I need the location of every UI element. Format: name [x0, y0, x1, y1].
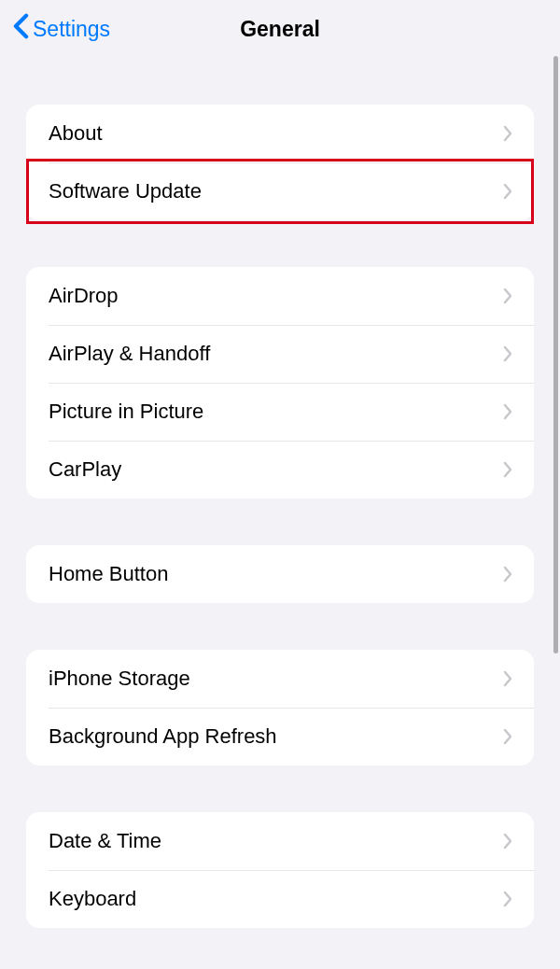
- chevron-right-icon: [502, 183, 513, 200]
- row-label: Background App Refresh: [49, 724, 277, 749]
- row-keyboard[interactable]: Keyboard: [26, 870, 534, 928]
- row-background-app-refresh[interactable]: Background App Refresh: [26, 708, 534, 765]
- settings-group-4: iPhone Storage Background App Refresh: [26, 650, 534, 765]
- row-label: Home Button: [49, 562, 168, 586]
- nav-header: Settings General: [0, 0, 560, 58]
- chevron-right-icon: [502, 728, 513, 745]
- chevron-left-icon: [13, 13, 29, 45]
- settings-group-5: Date & Time Keyboard: [26, 812, 534, 928]
- back-button[interactable]: Settings: [13, 13, 110, 45]
- row-label: AirDrop: [49, 284, 119, 308]
- row-about[interactable]: About: [26, 105, 534, 162]
- row-label: iPhone Storage: [49, 667, 190, 691]
- row-label: About: [49, 121, 103, 146]
- back-label: Settings: [33, 17, 110, 42]
- settings-group-1: About Software Update: [26, 105, 534, 220]
- chevron-right-icon: [502, 891, 513, 907]
- settings-content: About Software Update AirDrop AirPlay & …: [0, 105, 560, 928]
- chevron-right-icon: [502, 670, 513, 687]
- row-date-time[interactable]: Date & Time: [26, 812, 534, 870]
- row-label: Date & Time: [49, 829, 161, 853]
- chevron-right-icon: [502, 461, 513, 478]
- row-airdrop[interactable]: AirDrop: [26, 267, 534, 325]
- scrollbar[interactable]: [553, 56, 558, 653]
- chevron-right-icon: [502, 345, 513, 362]
- row-label: Software Update: [49, 179, 202, 204]
- chevron-right-icon: [502, 403, 513, 420]
- row-label: AirPlay & Handoff: [49, 342, 210, 366]
- page-title: General: [240, 17, 320, 42]
- chevron-right-icon: [502, 833, 513, 850]
- row-airplay-handoff[interactable]: AirPlay & Handoff: [26, 325, 534, 383]
- row-label: CarPlay: [49, 457, 121, 482]
- row-label: Keyboard: [49, 887, 136, 911]
- row-carplay[interactable]: CarPlay: [26, 441, 534, 499]
- row-home-button[interactable]: Home Button: [26, 545, 534, 603]
- row-picture-in-picture[interactable]: Picture in Picture: [26, 383, 534, 441]
- chevron-right-icon: [502, 566, 513, 583]
- row-label: Picture in Picture: [49, 400, 203, 424]
- settings-group-3: Home Button: [26, 545, 534, 603]
- row-software-update[interactable]: Software Update: [26, 162, 534, 220]
- chevron-right-icon: [502, 288, 513, 304]
- chevron-right-icon: [502, 125, 513, 142]
- row-iphone-storage[interactable]: iPhone Storage: [26, 650, 534, 708]
- settings-group-2: AirDrop AirPlay & Handoff Picture in Pic…: [26, 267, 534, 499]
